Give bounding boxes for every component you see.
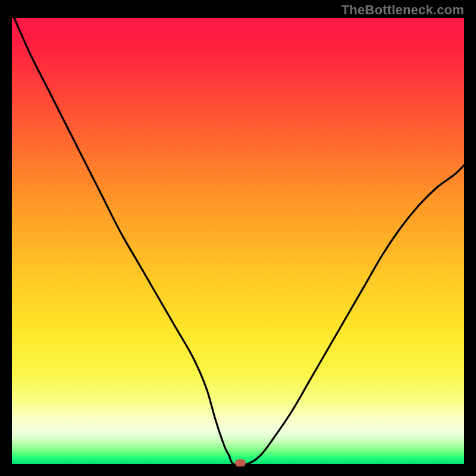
watermark-text: TheBottleneck.com bbox=[342, 2, 464, 18]
mismatch-curve-path bbox=[14, 18, 464, 465]
current-config-marker bbox=[235, 459, 246, 466]
plot-area bbox=[12, 18, 464, 464]
mismatch-curve bbox=[12, 18, 464, 464]
chart-stage: TheBottleneck.com bbox=[0, 0, 476, 476]
